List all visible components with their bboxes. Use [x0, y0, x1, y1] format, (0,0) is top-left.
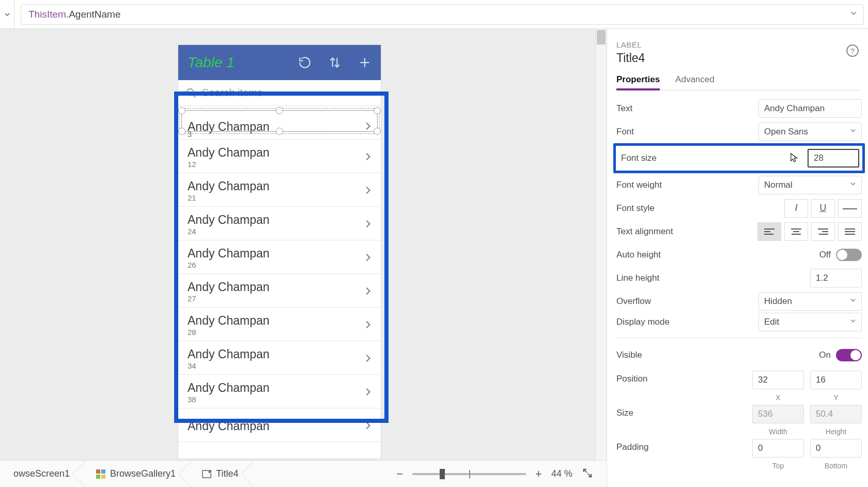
prop-visible: Visible On [616, 343, 862, 367]
gallery-row-selected[interactable]: Andy Champan 3 [178, 106, 381, 140]
prop-line-height: Line height 1.2 [616, 266, 862, 290]
main-area: Table 1 Search items [0, 29, 868, 460]
chevron-down-icon [849, 179, 857, 190]
font-weight-select[interactable]: Normal [758, 176, 862, 194]
display-mode-select[interactable]: Edit [758, 313, 862, 331]
zoom-percent: 44 % [551, 468, 572, 479]
gallery-row[interactable]: Andy Champan24 [178, 207, 381, 240]
canvas-scrollbar-thumb[interactable] [597, 30, 606, 44]
font-select[interactable]: Open Sans [758, 123, 862, 141]
svg-point-2 [187, 88, 194, 95]
breadcrumb-gallery[interactable]: BrowseGallery1 [86, 461, 185, 487]
underline-button[interactable]: U [811, 199, 835, 218]
tab-properties[interactable]: Properties [616, 74, 660, 88]
align-center-button[interactable] [784, 222, 808, 241]
gallery-row[interactable]: Andy Champan26 [178, 240, 381, 274]
gallery-row[interactable]: Andy Champan12 [178, 140, 381, 173]
prop-display-mode: Display mode Edit [616, 313, 862, 338]
svg-rect-18 [96, 475, 100, 479]
chevron-right-icon[interactable] [362, 252, 374, 265]
svg-rect-17 [101, 469, 105, 474]
size-height-input[interactable]: 50.4 [810, 405, 862, 423]
size-width-input[interactable]: 536 [752, 405, 804, 423]
formula-token-plain: .AgentName [66, 9, 121, 20]
padding-bottom-input[interactable]: 0 [810, 439, 862, 458]
chevron-right-icon[interactable] [362, 420, 374, 433]
prop-font-style: Font style I U [616, 196, 862, 220]
padding-top-input[interactable]: 0 [752, 439, 804, 458]
canvas-scrollbar[interactable] [595, 29, 607, 460]
chevron-down-icon [849, 126, 857, 137]
gallery-row[interactable]: Andy Champan38 [178, 375, 381, 408]
auto-height-toggle[interactable] [836, 249, 862, 261]
preview-header: Table 1 [178, 45, 381, 80]
prop-size: Size 536Width 50.4Height [616, 402, 862, 436]
gallery-row[interactable]: Andy Champan27 [178, 274, 381, 308]
align-justify-button[interactable] [838, 222, 862, 241]
control-type-label: LABEL [616, 40, 862, 49]
formula-bar: ThisItem.AgentName [0, 0, 868, 29]
chevron-right-icon[interactable] [362, 386, 374, 400]
tab-advanced[interactable]: Advanced [675, 74, 715, 88]
italic-button[interactable]: I [784, 199, 808, 218]
overflow-select[interactable]: Hidden [758, 292, 862, 311]
zoom-controls: − + 44 % [396, 467, 602, 481]
gallery-row[interactable]: Andy Champan21 [178, 173, 381, 207]
strikethrough-button[interactable] [838, 199, 862, 218]
formula-input[interactable]: ThisItem.AgentName [21, 4, 864, 25]
preview-gallery: Andy Champan 3 Andy Champan12 Andy Champ… [178, 106, 381, 459]
chevron-right-icon[interactable] [362, 218, 374, 232]
chevron-right-icon[interactable] [362, 285, 374, 299]
formula-token-object: ThisItem [28, 9, 66, 20]
breadcrumb-bar: owseScreen1 BrowseGallery1 Title4 − + 44… [0, 460, 607, 487]
gallery-row[interactable]: Andy Champan34 [178, 341, 381, 375]
svg-line-3 [193, 94, 196, 97]
add-icon[interactable] [358, 56, 371, 69]
align-right-button[interactable] [811, 222, 835, 241]
design-canvas[interactable]: Table 1 Search items [0, 29, 607, 460]
prop-position: Position 32X 16Y [616, 367, 862, 402]
align-left-button[interactable] [757, 222, 781, 241]
formula-collapse-left[interactable] [0, 0, 14, 28]
prop-padding: Padding 0Top 0Bottom [616, 436, 862, 470]
visible-toggle[interactable] [836, 349, 862, 361]
chevron-right-icon[interactable] [362, 319, 374, 332]
gallery-row[interactable]: Andy Champan [178, 408, 381, 442]
properties-panel: LABEL Title4 ? Properties Advanced Text … [607, 29, 868, 487]
prop-font-weight: Font weight Normal [616, 173, 862, 196]
line-height-input[interactable]: 1.2 [810, 269, 862, 287]
svg-rect-16 [96, 469, 100, 474]
zoom-out-button[interactable]: − [396, 467, 403, 481]
refresh-icon[interactable] [298, 56, 312, 69]
zoom-slider[interactable] [412, 473, 526, 475]
svg-rect-19 [101, 475, 105, 479]
prop-font-size: Font size 28 [613, 143, 865, 173]
breadcrumb-title[interactable]: Title4 [192, 461, 247, 487]
breadcrumb-screen[interactable]: owseScreen1 [4, 461, 79, 487]
control-name: Title4 [616, 51, 862, 65]
text-value-input[interactable]: Andy Champan [758, 99, 862, 118]
chevron-right-icon[interactable] [362, 151, 374, 164]
prop-overflow: Overflow Hidden [616, 290, 862, 313]
prop-auto-height: Auto height Off [616, 243, 862, 266]
chevron-down-icon [849, 296, 857, 307]
prop-font: Font Open Sans [616, 120, 862, 143]
help-icon[interactable]: ? [846, 44, 859, 57]
chevron-right-icon[interactable] [362, 185, 374, 198]
font-size-input[interactable]: 28 [808, 149, 859, 168]
cursor-pointer-icon [790, 153, 800, 164]
position-y-input[interactable]: 16 [810, 371, 862, 389]
sort-icon[interactable] [328, 56, 342, 69]
search-placeholder: Search items [202, 87, 262, 99]
zoom-in-button[interactable]: + [535, 467, 542, 481]
gallery-row[interactable]: Andy Champan28 [178, 308, 381, 341]
svg-line-21 [584, 469, 587, 472]
preview-search[interactable]: Search items [178, 80, 381, 106]
chevron-down-icon [849, 317, 857, 328]
position-x-input[interactable]: 32 [752, 371, 804, 389]
chevron-right-icon[interactable] [362, 353, 374, 366]
formula-expand-icon[interactable] [849, 8, 858, 20]
chevron-right-icon[interactable] [362, 120, 374, 134]
fit-screen-icon[interactable] [582, 467, 593, 481]
svg-line-22 [588, 473, 591, 476]
